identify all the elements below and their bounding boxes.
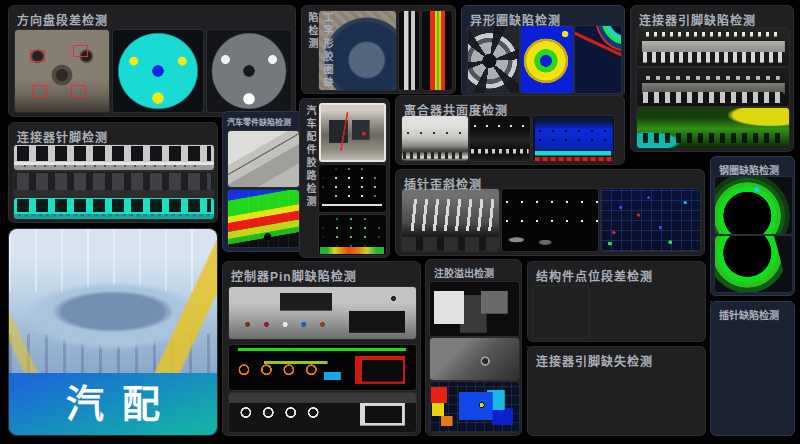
panel-glue-overflow: 注胶溢出检测 <box>425 259 522 436</box>
glue-dots-gray <box>319 165 386 212</box>
glue-binary <box>430 282 519 336</box>
panel-label: 注胶溢出检测 <box>434 265 494 280</box>
pins-tips-dark <box>502 189 598 251</box>
panel-label: 结构件点位段差检测 <box>536 267 653 284</box>
panel-steel-ring-defect: 钢圈缺陷检测 <box>710 156 795 296</box>
panel-label: 钢圈缺陷检测 <box>719 162 779 177</box>
steering-wheel-binary <box>207 30 291 112</box>
panel-connector-pin-check: 连接器针脚检测 <box>8 122 218 223</box>
panel-steering-wheel-step: 方向盘段差检测 <box>8 5 296 117</box>
connector-photo-2 <box>637 68 789 106</box>
pins-photo <box>402 189 499 251</box>
defect-box <box>30 50 45 62</box>
panel-label: 插针缺陷检测 <box>719 307 779 322</box>
ring-edge-heatmap <box>575 26 621 93</box>
clutch-strip-heatmap <box>533 116 614 161</box>
panel-label: 连接器引脚缺陷检测 <box>639 11 756 28</box>
panel-special-ring-defect: 异形圈缺陷检测 <box>461 5 625 97</box>
panel-glue-path: 汽车配件胶路检测 <box>299 98 390 258</box>
gear-ring-heatmap <box>521 26 573 93</box>
panel-structure-point-step: 结构件点位段差检测 <box>527 261 706 342</box>
panel-label: 异形圈缺陷检测 <box>470 11 561 28</box>
panel-label: 插针歪斜检测 <box>404 175 482 192</box>
glue-board-photo <box>319 103 386 162</box>
panel-label: 汽车零件缺陷检测 <box>227 116 291 127</box>
panel-controller-pin-defect: 控制器Pin脚缺陷检测 <box>222 261 421 436</box>
panel-rubber-ring-defect: 工字形胶圈缺陷检测 <box>301 5 456 94</box>
connector-photo-1 <box>637 28 789 66</box>
defect-box <box>71 85 86 97</box>
connector-heatmap <box>637 108 789 148</box>
part-edge-photo <box>228 131 299 187</box>
clutch-strip-dark <box>470 116 530 161</box>
panel-label-vertical: 工字形胶圈缺陷检测 <box>305 12 335 93</box>
steel-ring-heatmap-2 <box>715 236 792 292</box>
steering-wheel-heatmap <box>113 30 203 112</box>
connector-row-heatmap <box>14 198 214 219</box>
controller-heatmap <box>229 345 416 390</box>
steel-ring-heatmap-1 <box>715 177 792 234</box>
panel-pin-skew: 插针歪斜检测 <box>395 169 705 256</box>
category-tile-auto-parts[interactable]: 汽配 <box>8 228 218 436</box>
panel-label: 连接器针脚检测 <box>17 128 108 145</box>
panel-label: 离合器共面度检测 <box>404 101 508 118</box>
car-factory-photo <box>9 229 217 379</box>
panel-label: 方向盘段差检测 <box>17 11 108 28</box>
category-title: 汽配 <box>48 385 178 423</box>
glue-dots-heatmap <box>319 215 386 255</box>
panel-clutch-coplanarity: 离合器共面度检测 <box>395 95 625 165</box>
defect-box <box>32 85 47 97</box>
glue-part-photo <box>430 338 519 380</box>
panel-label: 控制器Pin脚缺陷检测 <box>231 267 357 284</box>
controller-photo <box>229 287 416 339</box>
panel-label: 连接器引脚缺失检测 <box>536 352 653 369</box>
connector-row-photo <box>14 145 214 170</box>
steering-wheel-photo <box>15 30 109 112</box>
pins-scatter-plot <box>601 189 700 251</box>
defect-box <box>73 45 88 57</box>
auto-parts-vision-showcase: 方向盘段差检测 工字形胶圈缺陷检测 异形圈缺陷检测 连接器引脚缺陷检测 连接器针… <box>0 0 800 444</box>
part-edge-heatmap <box>228 190 299 247</box>
ring-profile-heatmap <box>422 11 452 90</box>
gear-ring-dark <box>533 286 589 338</box>
clutch-strip-photo <box>402 116 468 161</box>
glue-heatmap <box>430 382 519 432</box>
panel-connector-pin-defect: 连接器引脚缺陷检测 <box>630 5 794 152</box>
connector-row-dark <box>14 172 214 196</box>
ring-profile-gray <box>399 11 419 90</box>
controller-binary <box>229 393 416 432</box>
gear-ring-gray <box>468 26 519 93</box>
panel-auto-part-defect: 汽车零件缺陷检测 <box>222 111 303 252</box>
panel-label-vertical: 汽车配件胶路检测 <box>303 105 318 209</box>
panel-connector-pin-missing: 连接器引脚缺失检测 <box>527 346 706 436</box>
category-banner[interactable]: 汽配 <box>9 373 217 435</box>
panel-pin-defect: 插针缺陷检测 <box>710 301 795 436</box>
